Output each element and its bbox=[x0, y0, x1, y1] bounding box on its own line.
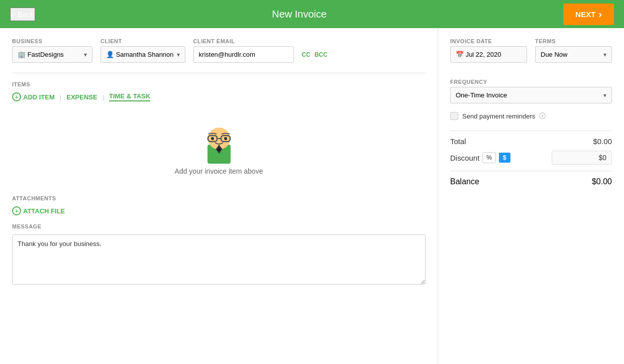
reminder-checkbox[interactable] bbox=[450, 112, 458, 120]
invoice-date-select[interactable]: 📅 Jul 22, 2020 bbox=[450, 46, 527, 63]
business-field-group: BUSINESS 🏢 FastDesigns ▾ bbox=[12, 38, 92, 63]
message-section: MESSAGE bbox=[12, 223, 426, 286]
app-header: Back New Invoice NEXT bbox=[0, 0, 624, 28]
items-actions-row: + ADD ITEM | EXPENSE | TIME & TASK bbox=[12, 92, 426, 101]
right-panel: INVOICE DATE 📅 Jul 22, 2020 TERMS Due No… bbox=[438, 28, 624, 364]
attachments-section: ATTACHMENTS + ATTACH FILE bbox=[12, 195, 426, 215]
svg-point-6 bbox=[224, 137, 227, 140]
frequency-label: FREQUENCY bbox=[450, 79, 612, 85]
client-field-group: CLIENT 👤 Samantha Shannon ▾ bbox=[100, 38, 185, 63]
add-item-plus-icon: + bbox=[12, 92, 21, 101]
bcc-button[interactable]: BCC bbox=[315, 51, 328, 58]
discount-row: Discount % $ bbox=[450, 151, 612, 165]
business-label: BUSINESS bbox=[12, 38, 92, 44]
attachments-label: ATTACHMENTS bbox=[12, 195, 426, 201]
total-label: Total bbox=[450, 137, 466, 146]
empty-state-illustration bbox=[196, 119, 242, 167]
terms-chevron-icon: ▾ bbox=[603, 51, 606, 58]
percent-button[interactable]: % bbox=[482, 152, 496, 163]
page-title: New Invoice bbox=[272, 9, 327, 20]
balance-label: Balance bbox=[450, 177, 479, 186]
back-label: Back bbox=[18, 10, 34, 19]
main-content: BUSINESS 🏢 FastDesigns ▾ CLIENT 👤 Samant… bbox=[0, 28, 624, 364]
frequency-chevron-icon: ▾ bbox=[603, 92, 606, 99]
svg-point-5 bbox=[211, 137, 214, 140]
attach-plus-icon: + bbox=[12, 206, 21, 215]
summary-divider-2 bbox=[450, 171, 612, 171]
invoice-date-label: INVOICE DATE bbox=[450, 38, 527, 44]
date-terms-row: INVOICE DATE 📅 Jul 22, 2020 TERMS Due No… bbox=[450, 38, 612, 71]
items-section-label: ITEMS bbox=[12, 81, 426, 87]
frequency-select[interactable]: One-Time Invoice ▾ bbox=[450, 87, 612, 103]
terms-select[interactable]: Due Now ▾ bbox=[535, 46, 612, 63]
next-label: NEXT bbox=[575, 10, 595, 19]
business-value: FastDesigns bbox=[28, 51, 64, 58]
add-item-label: ADD ITEM bbox=[23, 93, 55, 101]
terms-group: TERMS Due Now ▾ bbox=[535, 38, 612, 63]
client-select[interactable]: 👤 Samantha Shannon ▾ bbox=[100, 46, 185, 63]
pipe-divider-1: | bbox=[60, 93, 61, 101]
invoice-date-value: Jul 22, 2020 bbox=[466, 51, 501, 58]
total-value: $0.00 bbox=[593, 137, 612, 146]
back-button[interactable]: Back bbox=[10, 8, 35, 21]
client-email-input[interactable] bbox=[193, 46, 294, 63]
top-fields-row: BUSINESS 🏢 FastDesigns ▾ CLIENT 👤 Samant… bbox=[12, 38, 426, 63]
client-label: CLIENT bbox=[100, 38, 185, 44]
client-email-label: CLIENT EMAIL bbox=[193, 38, 328, 44]
header-divider bbox=[12, 73, 426, 73]
empty-state-text: Add your invoice item above bbox=[175, 167, 263, 175]
attach-file-button[interactable]: + ATTACH FILE bbox=[12, 206, 426, 215]
client-chevron-icon: ▾ bbox=[177, 51, 180, 58]
discount-label: Discount bbox=[450, 154, 479, 162]
balance-value: $0.00 bbox=[592, 177, 612, 186]
business-chevron-icon: ▾ bbox=[84, 51, 87, 58]
reminder-text: Send payment reminders bbox=[462, 112, 535, 120]
dollar-button[interactable]: $ bbox=[499, 153, 510, 163]
terms-label: TERMS bbox=[535, 38, 612, 44]
business-select[interactable]: 🏢 FastDesigns ▾ bbox=[12, 46, 92, 63]
svg-point-9 bbox=[218, 148, 221, 151]
invoice-date-group: INVOICE DATE 📅 Jul 22, 2020 bbox=[450, 38, 527, 63]
attach-file-label: ATTACH FILE bbox=[23, 207, 65, 215]
total-row: Total $0.00 bbox=[450, 137, 612, 146]
add-item-button[interactable]: + ADD ITEM bbox=[12, 92, 55, 101]
terms-value: Due Now bbox=[541, 51, 567, 58]
left-panel: BUSINESS 🏢 FastDesigns ▾ CLIENT 👤 Samant… bbox=[0, 28, 438, 364]
next-button[interactable]: NEXT bbox=[563, 4, 614, 25]
client-email-field-group: CLIENT EMAIL CC BCC bbox=[193, 38, 328, 63]
balance-row: Balance $0.00 bbox=[450, 177, 612, 186]
frequency-group: FREQUENCY One-Time Invoice ▾ bbox=[450, 79, 612, 103]
expense-button[interactable]: EXPENSE bbox=[66, 93, 97, 101]
pipe-divider-2: | bbox=[102, 93, 104, 101]
items-section: ITEMS + ADD ITEM | EXPENSE | TIME & TASK bbox=[12, 81, 426, 190]
message-textarea[interactable] bbox=[12, 234, 426, 285]
time-task-button[interactable]: TIME & TASK bbox=[109, 92, 150, 101]
message-label: MESSAGE bbox=[12, 223, 426, 229]
empty-state: Add your invoice item above bbox=[12, 109, 426, 190]
cc-button[interactable]: CC bbox=[302, 51, 310, 58]
info-icon[interactable]: ⓘ bbox=[539, 111, 546, 120]
summary-divider-1 bbox=[450, 131, 612, 131]
reminder-row: Send payment reminders ⓘ bbox=[450, 111, 612, 120]
discount-input[interactable] bbox=[552, 151, 612, 165]
frequency-value: One-Time Invoice bbox=[456, 91, 507, 99]
client-value: Samantha Shannon bbox=[116, 51, 174, 58]
